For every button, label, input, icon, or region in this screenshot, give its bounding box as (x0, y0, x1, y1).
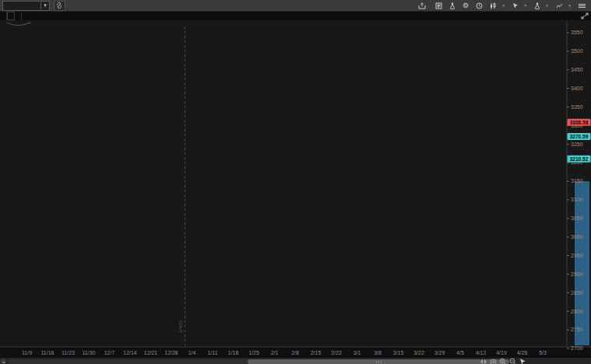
svg-text:11/9: 11/9 (22, 350, 32, 355)
svg-text:1/11: 1/11 (207, 350, 217, 355)
svg-text:12/14: 12/14 (123, 350, 137, 355)
scrollbar-track[interactable] (8, 359, 508, 364)
svg-text:2/8: 2/8 (291, 350, 299, 355)
svg-text:3450: 3450 (571, 67, 583, 72)
svg-text:3/8: 3/8 (374, 350, 382, 355)
svg-text:2/1: 2/1 (271, 350, 279, 355)
zoom-in-icon[interactable] (499, 358, 507, 364)
svg-text:11/30: 11/30 (83, 350, 96, 355)
svg-text:2900: 2900 (571, 271, 583, 277)
volume-value (15, 12, 22, 20)
ondemand-clock-icon[interactable] (476, 2, 483, 9)
svg-text:4/5: 4/5 (456, 350, 464, 355)
svg-text:3150: 3150 (571, 178, 583, 184)
candlestick-chart[interactable]: 1/4/212700275028002850290029503000305031… (0, 20, 591, 357)
chart-title (0, 12, 7, 20)
studies-menu[interactable]: ▼ (534, 2, 549, 9)
svg-text:3210.52: 3210.52 (570, 156, 589, 162)
chevron-down-icon[interactable]: ▼ (40, 2, 49, 9)
svg-text:2950: 2950 (571, 253, 583, 258)
svg-text:2/22: 2/22 (331, 350, 342, 355)
zoom-controls (480, 358, 526, 364)
svg-text:1/25: 1/25 (248, 350, 259, 355)
patterns-menu[interactable]: ▼ (556, 2, 572, 9)
svg-text:1/4: 1/4 (188, 350, 196, 355)
symbol-link-icon[interactable] (54, 1, 65, 11)
svg-text:2750: 2750 (571, 327, 583, 332)
svg-text:3/15: 3/15 (393, 350, 404, 355)
svg-text:3/1: 3/1 (354, 350, 361, 355)
svg-text:2/15: 2/15 (311, 350, 322, 355)
svg-text:3500: 3500 (571, 48, 583, 54)
svg-text:4/26: 4/26 (517, 350, 528, 355)
chart-area[interactable]: 1/4/212700275028002850290029503000305031… (0, 20, 591, 357)
amazon-smile-icon (6, 22, 42, 26)
svg-text:2850: 2850 (571, 290, 583, 296)
svg-text:12/21: 12/21 (144, 350, 158, 355)
svg-text:2700: 2700 (571, 345, 583, 351)
notes-icon[interactable] (435, 2, 442, 9)
share-button[interactable] (418, 2, 428, 9)
svg-text:2800: 2800 (571, 309, 583, 314)
flask-icon[interactable] (449, 2, 456, 9)
svg-text:3/22: 3/22 (413, 350, 424, 355)
drawings-menu[interactable]: ▼ (512, 2, 527, 9)
scrollbar-handle[interactable] (248, 359, 509, 364)
style-menu[interactable]: ▼ (490, 2, 505, 9)
bottom-status-bar: ◂ (0, 357, 591, 364)
svg-text:1/18: 1/18 (228, 350, 239, 355)
zoom-out-icon[interactable] (509, 358, 517, 364)
scroll-left-button[interactable]: ◂ (1, 359, 6, 364)
trading-platform-window: ▼ ⚙ (0, 0, 591, 364)
svg-text:5/3: 5/3 (539, 350, 547, 355)
svg-text:3250: 3250 (571, 142, 583, 147)
svg-text:3350: 3350 (571, 104, 583, 110)
svg-text:11/16: 11/16 (41, 350, 55, 355)
svg-text:4/12: 4/12 (476, 350, 487, 355)
menu-icon[interactable] (579, 4, 586, 8)
svg-text:12/28: 12/28 (164, 350, 178, 355)
ohlc-status-bar (0, 12, 591, 20)
toolbar-right: ⚙ ▼ ▼ ▼ ▼ (418, 2, 589, 9)
cursor-icon[interactable] (519, 359, 526, 364)
svg-text:11/23: 11/23 (62, 350, 75, 355)
svg-text:3050: 3050 (571, 215, 583, 221)
amazon-watermark-logo (6, 23, 42, 26)
svg-text:3/29: 3/29 (434, 350, 445, 355)
svg-text:3550: 3550 (571, 30, 583, 35)
svg-text:3400: 3400 (571, 86, 583, 91)
svg-text:3100: 3100 (571, 197, 583, 202)
svg-text:3308.58: 3308.58 (570, 120, 589, 125)
symbol-input[interactable]: ▼ (2, 1, 50, 11)
reset-zoom-icon[interactable] (490, 359, 497, 364)
svg-text:3000: 3000 (571, 234, 583, 240)
volume-label[interactable] (7, 12, 15, 20)
svg-text:4/19: 4/19 (496, 350, 507, 355)
svg-text:1/4/21: 1/4/21 (178, 320, 183, 333)
gear-icon[interactable]: ⚙ (463, 2, 469, 9)
step-arrows-icon[interactable] (480, 359, 487, 364)
top-toolbar: ▼ ⚙ (0, 0, 591, 12)
svg-text:3270.59: 3270.59 (570, 134, 589, 139)
svg-text:12/7: 12/7 (104, 350, 115, 355)
